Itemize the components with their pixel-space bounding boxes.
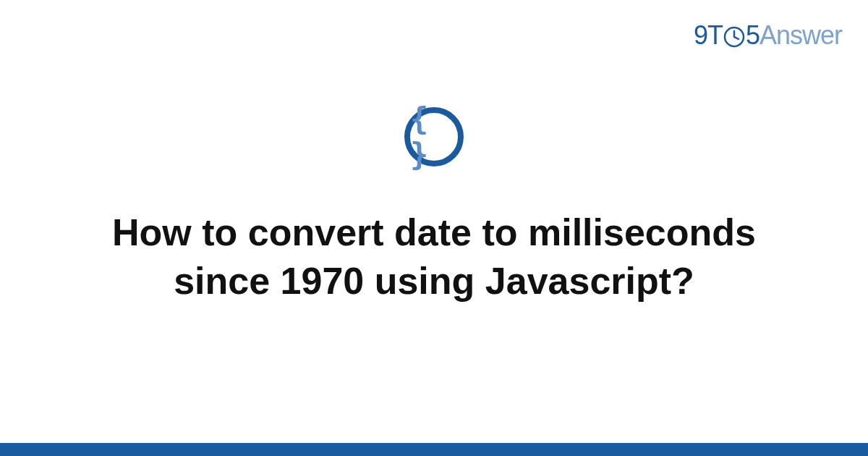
svg-line-2: [734, 37, 739, 39]
code-braces-icon: { }: [410, 101, 458, 172]
topic-icon-ring: { }: [404, 107, 464, 166]
clock-icon: [723, 24, 745, 46]
page-title: How to convert date to milliseconds sinc…: [0, 208, 868, 305]
logo-text-5: 5: [746, 20, 760, 50]
topic-icon-container: { }: [404, 107, 464, 166]
logo-text-9: 9: [694, 20, 707, 50]
brand-logo: 9T5Answer: [694, 20, 842, 51]
logo-text-t: T: [707, 20, 723, 50]
footer-accent-bar: [0, 443, 868, 456]
logo-text-answer: Answer: [760, 20, 842, 50]
